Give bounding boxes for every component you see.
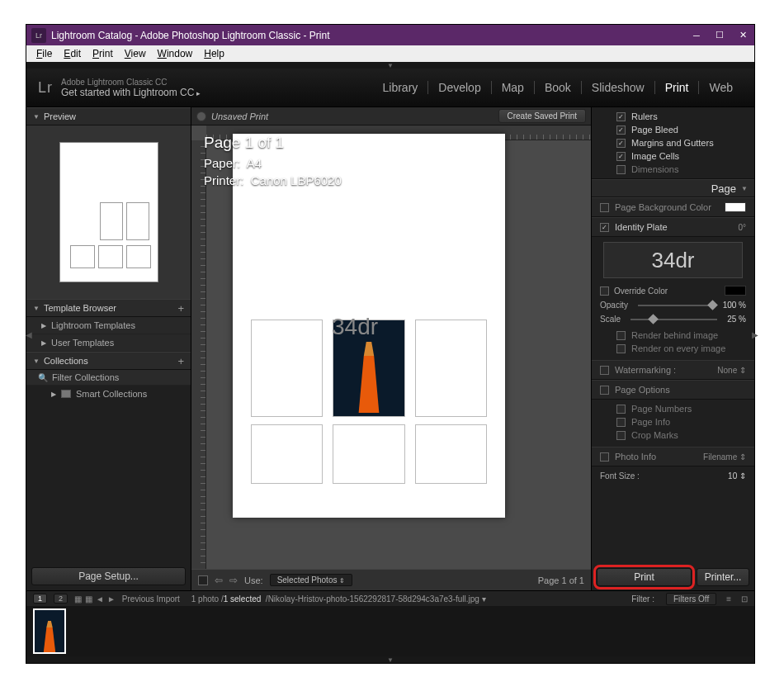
nav-fwd-icon[interactable]: ► — [107, 594, 116, 604]
template-browser-header[interactable]: ▼Template Browser+ — [26, 299, 191, 317]
menubar: File Edit Print View Window Help — [26, 45, 754, 62]
filter-lock-icon[interactable]: ≡ — [726, 594, 731, 604]
right-panel-collapse-handle[interactable]: ▶ — [752, 330, 758, 339]
module-slideshow[interactable]: Slideshow — [582, 81, 654, 94]
create-saved-print-button[interactable]: Create Saved Print — [498, 109, 587, 123]
use-label: Use: — [244, 575, 263, 585]
menu-file[interactable]: File — [31, 47, 57, 60]
filmstrip-thumbnail[interactable] — [33, 608, 66, 654]
next-page-button[interactable]: ⇨ — [229, 575, 238, 586]
render-every-checkbox[interactable] — [616, 344, 626, 353]
menu-print[interactable]: Print — [87, 47, 118, 60]
identity-plate-checkbox[interactable] — [600, 223, 609, 232]
image-cell[interactable] — [415, 320, 487, 417]
bg-color-swatch[interactable] — [725, 202, 746, 212]
watermark-dropdown[interactable]: None ⇕ — [717, 366, 746, 375]
lightroom-templates-item[interactable]: ▶Lightroom Templates — [26, 317, 191, 334]
status-disc-icon — [196, 111, 206, 121]
smart-collections-item[interactable]: ▶Smart Collections — [26, 386, 191, 402]
preview-panel-header[interactable]: ▼Preview — [26, 107, 191, 125]
font-size-stepper[interactable]: 10 ⇕ — [728, 471, 746, 481]
scale-slider[interactable] — [631, 319, 717, 320]
bottom-collapse-handle[interactable]: ▼ — [26, 656, 754, 663]
grid-view-icon-2[interactable]: ▦ — [85, 594, 92, 604]
filter-dropdown[interactable]: Filters Off — [666, 593, 716, 605]
opacity-slider[interactable] — [638, 305, 713, 306]
page-bleed-checkbox[interactable] — [616, 125, 626, 135]
module-map[interactable]: Map — [492, 81, 534, 94]
render-behind-checkbox[interactable] — [616, 331, 626, 340]
print-canvas[interactable]: Page 1 of 1 Paper: A4 Printer: Canon LBP… — [191, 125, 591, 569]
crop-marks-checkbox[interactable] — [616, 431, 626, 440]
dimensions-checkbox[interactable] — [616, 165, 626, 174]
add-template-icon[interactable]: + — [177, 302, 184, 315]
image-cell[interactable] — [251, 424, 323, 484]
minimize-button[interactable]: ─ — [685, 25, 708, 45]
menu-view[interactable]: View — [120, 47, 151, 60]
collections-header[interactable]: ▼Collections+ — [26, 352, 191, 370]
search-icon: 🔍 — [38, 373, 48, 382]
user-templates-item[interactable]: ▶User Templates — [26, 334, 191, 352]
select-all-checkbox[interactable] — [198, 575, 208, 585]
top-collapse-handle[interactable]: ▼ — [26, 62, 754, 69]
app-icon: Lr — [31, 28, 46, 43]
module-web[interactable]: Web — [699, 81, 743, 94]
margins-checkbox[interactable] — [616, 139, 626, 148]
module-print[interactable]: Print — [655, 81, 699, 94]
photo-info-checkbox[interactable] — [600, 452, 609, 462]
second-window-button[interactable]: 2 — [54, 594, 68, 604]
filter-collections-input[interactable]: 🔍Filter Collections — [26, 370, 191, 386]
identity-plate-overlay[interactable]: 34dr — [332, 314, 378, 340]
bg-color-checkbox[interactable] — [600, 203, 609, 212]
print-job-bar: Unsaved Print Create Saved Print — [191, 107, 591, 125]
menu-window[interactable]: Window — [153, 47, 198, 60]
print-button[interactable]: Print — [597, 568, 692, 586]
nav-back-icon[interactable]: ◄ — [96, 594, 104, 604]
close-button[interactable]: ✕ — [731, 25, 754, 45]
grid-view-icon[interactable]: ▦ — [74, 594, 82, 604]
app-window: Lr Lightroom Catalog - Adobe Photoshop L… — [26, 24, 755, 664]
page-panel-header[interactable]: Page▼ — [592, 179, 754, 197]
maximize-button[interactable]: ☐ — [708, 25, 731, 45]
menu-edit[interactable]: Edit — [59, 47, 86, 60]
printer-button[interactable]: Printer... — [697, 568, 749, 586]
main-window-button[interactable]: 1 — [33, 594, 47, 604]
rulers-checkbox[interactable] — [616, 112, 626, 121]
menu-help[interactable]: Help — [199, 47, 229, 60]
id-angle[interactable]: 0° — [738, 223, 746, 232]
ruler-vertical — [191, 140, 206, 569]
add-collection-icon[interactable]: + — [177, 355, 184, 367]
image-cells-checkbox[interactable] — [616, 152, 626, 161]
filmstrip-toolbar: 1 2 ▦ ▦ ◄ ► Previous Import 1 photo /1 s… — [26, 591, 754, 606]
unsaved-print-label: Unsaved Print — [211, 111, 268, 121]
filmstrip: 1 2 ▦ ▦ ◄ ► Previous Import 1 photo /1 s… — [26, 590, 754, 663]
header-title[interactable]: Get started with Lightroom CC — [61, 87, 201, 98]
image-cell[interactable] — [333, 424, 404, 484]
module-library[interactable]: Library — [373, 81, 428, 94]
use-dropdown[interactable]: Selected Photos — [270, 574, 352, 586]
photo-info-dropdown[interactable]: Filename ⇕ — [703, 452, 746, 462]
page-options-checkbox[interactable] — [600, 386, 609, 395]
page-setup-button[interactable]: Page Setup... — [31, 567, 186, 585]
collection-set-icon — [61, 390, 71, 398]
watermarking-checkbox[interactable] — [600, 366, 609, 375]
page-numbers-checkbox[interactable] — [616, 405, 626, 414]
canvas-toolbar: ⇦ ⇨ Use: Selected Photos Page 1 of 1 — [191, 569, 591, 590]
preview-page — [59, 142, 158, 282]
page-info-overlay: Page 1 of 1 Paper: A4 Printer: Canon LBP… — [204, 132, 342, 189]
module-book[interactable]: Book — [535, 81, 581, 94]
identity-plate-preview[interactable]: 34dr — [603, 242, 743, 278]
breadcrumb[interactable]: Previous Import 1 photo /1 selected /Nik… — [122, 594, 486, 604]
filter-switch-icon[interactable]: ⊡ — [741, 594, 748, 604]
override-color-swatch[interactable] — [725, 286, 746, 296]
image-cell[interactable] — [251, 320, 323, 417]
left-panel-collapse-handle[interactable]: ◀ — [26, 330, 32, 339]
right-panel: Rulers Page Bleed Margins and Gutters Im… — [591, 107, 754, 590]
module-develop[interactable]: Develop — [428, 81, 490, 94]
override-color-checkbox[interactable] — [600, 286, 609, 296]
module-switcher: Library Develop Map Book Slideshow Print… — [373, 81, 744, 94]
lr-logo: Lr — [38, 79, 53, 97]
page-info-checkbox[interactable] — [616, 418, 626, 427]
image-cell[interactable] — [415, 424, 487, 484]
prev-page-button[interactable]: ⇦ — [215, 575, 223, 586]
